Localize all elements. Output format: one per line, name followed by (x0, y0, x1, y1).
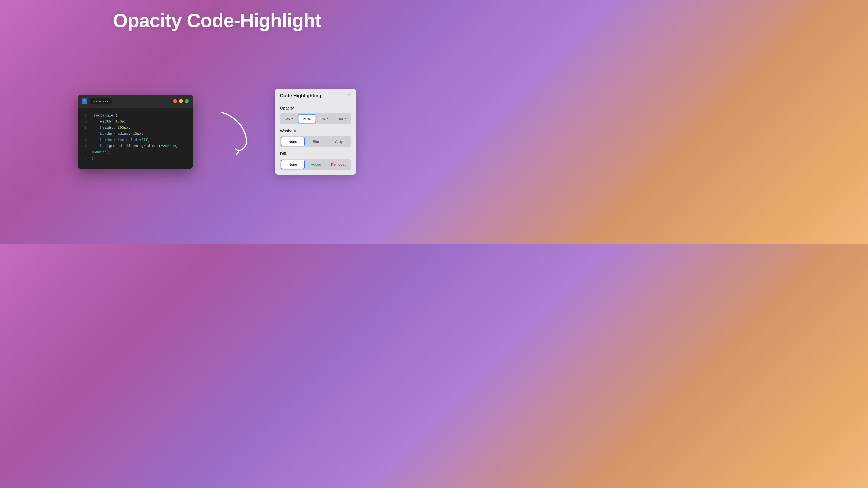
code-content: border: 5px solid #fff; (92, 137, 150, 143)
panel-header: Code Highlighting ⌃ (275, 89, 356, 102)
opacity-label: Opacity (280, 106, 351, 111)
opacity-50-button[interactable]: 50% (298, 114, 316, 124)
line-number: 4 (83, 131, 87, 137)
code-line: 1 .rectangle { (83, 112, 188, 119)
code-line: 6 background: linear-gradient(#2980b9, #… (83, 143, 188, 155)
file-tab: main.css (90, 98, 112, 104)
opacity-100-button[interactable]: 100% (333, 114, 350, 124)
washout-none-button[interactable]: None (281, 137, 305, 146)
arrow-svg (207, 107, 260, 156)
content-area: C main.css 1 .rectangle { 2 (78, 89, 356, 175)
minimize-button[interactable] (179, 99, 183, 103)
code-line: 3 height: 100px; (83, 125, 188, 131)
page-title: Opacity Code-Highlight (113, 10, 321, 32)
code-content: .rectangle { (92, 112, 118, 119)
washout-label: Washout (280, 129, 351, 133)
washout-button-group: None Blur Gray (280, 136, 351, 147)
code-line: 7 } (83, 155, 188, 162)
file-name: main.css (93, 99, 108, 103)
line-number: 3 (83, 125, 87, 131)
diff-label: Diff (280, 152, 351, 156)
code-content: height: 100px; (92, 125, 130, 131)
css-file-icon: C (82, 98, 87, 104)
code-line: 2 width: 150px; (83, 119, 188, 125)
diff-button-group: None Added Removed (280, 159, 351, 170)
code-content: width: 150px; (92, 119, 128, 125)
editor-body: 1 .rectangle { 2 width: 150px; 3 height:… (78, 108, 193, 169)
line-number: 1 (83, 112, 87, 119)
editor-titlebar: C main.css (78, 95, 193, 108)
washout-gray-button[interactable]: Gray (327, 137, 350, 146)
code-line: 5 border: 5px solid #fff; (83, 137, 188, 143)
chevron-up-icon[interactable]: ⌃ (347, 93, 351, 98)
code-content: background: linear-gradient(#2980b9, #6d… (92, 143, 188, 155)
washout-blur-button[interactable]: Blur (305, 137, 328, 146)
line-number: 7 (83, 155, 87, 162)
diff-none-button[interactable]: None (281, 160, 305, 169)
opacity-button-group: 25% 50% 75% 100% (280, 113, 351, 124)
code-line: 4 border-radius: 10px; (83, 131, 188, 137)
line-number: 5 (83, 137, 87, 143)
panel-title: Code Highlighting (280, 93, 321, 98)
diff-added-button[interactable]: Added (305, 160, 328, 169)
line-number: 6 (83, 143, 87, 155)
close-button[interactable] (173, 99, 177, 103)
code-highlighting-panel: Code Highlighting ⌃ Opacity 25% 50% 75% … (275, 89, 356, 175)
panel-body: Opacity 25% 50% 75% 100% Washout None Bl… (275, 102, 356, 175)
code-editor: C main.css 1 .rectangle { 2 (78, 95, 193, 169)
opacity-25-button[interactable]: 25% (281, 114, 298, 124)
maximize-button[interactable] (185, 99, 189, 103)
arrow-container (207, 107, 260, 156)
line-number: 2 (83, 119, 87, 125)
code-content: border-radius: 10px; (92, 131, 144, 137)
code-content: } (92, 155, 94, 162)
diff-removed-button[interactable]: Removed (327, 160, 350, 169)
window-controls (173, 99, 189, 103)
opacity-75-button[interactable]: 75% (316, 114, 333, 124)
